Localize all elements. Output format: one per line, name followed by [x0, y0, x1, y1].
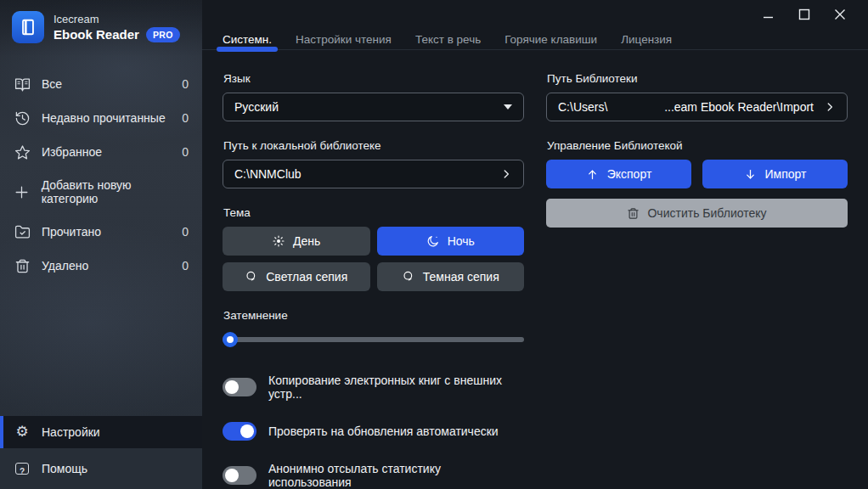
sidebar-item-label: Избранное — [42, 145, 102, 159]
slider-track[interactable] — [223, 337, 524, 342]
anonymous-stats-toggle[interactable] — [223, 466, 256, 485]
chevron-down-icon — [504, 104, 512, 110]
theme-day-label: День — [293, 234, 320, 248]
sidebar-item-count: 0 — [182, 111, 189, 125]
sidebar-item-settings[interactable]: ⚙ Настройки — [0, 416, 202, 448]
auto-update-toggle[interactable] — [223, 422, 256, 441]
library-management-buttons: Экспорт Импорт — [546, 160, 848, 188]
theme-dark-sepia-button[interactable]: Темная сепия — [377, 262, 525, 291]
close-button[interactable] — [822, 0, 858, 29]
library-path-label: Путь Библиотеки — [547, 72, 848, 85]
brand-text: Icecream Ebook Reader PRO — [54, 12, 180, 42]
app-logo-icon — [12, 11, 44, 43]
chevron-right-icon — [824, 101, 836, 113]
star-icon — [14, 143, 31, 160]
sidebar-item-count: 0 — [182, 77, 189, 91]
sidebar-item-label: Прочитано — [42, 225, 101, 239]
local-library-path-field[interactable]: C:\NNMClub — [223, 160, 524, 188]
sidebar-item-all[interactable]: Все 0 — [0, 67, 202, 101]
trash-icon — [627, 207, 640, 220]
sidebar-item-label: Недавно прочитанные — [42, 111, 166, 125]
toggle-row-auto-update: Проверять на обновления автоматически — [223, 422, 524, 441]
library-management-label: Управление Библиотекой — [547, 139, 848, 152]
toggle-row-copy-external: Копирование электронных книг с внешних у… — [223, 374, 524, 401]
theme-options: День Ночь — [223, 227, 524, 291]
theme-light-sepia-button[interactable]: Светлая сепия — [223, 262, 370, 291]
minimize-button[interactable] — [751, 0, 786, 29]
sidebar-item-label: Помощь — [42, 462, 87, 475]
sidebar-item-help[interactable]: ? Помощь — [0, 448, 202, 489]
theme-label: Тема — [223, 206, 524, 219]
slider-thumb[interactable] — [223, 332, 238, 347]
sidebar-nav: Все 0 Недавно прочитанные 0 Избран — [0, 67, 202, 283]
sepia-circle-icon — [245, 270, 258, 284]
chevron-right-icon — [500, 168, 512, 180]
pro-badge: PRO — [146, 27, 180, 42]
language-value: Русский — [234, 100, 279, 114]
library-path-right: ...eam Ebook Reader\Import — [664, 100, 814, 114]
clear-library-button[interactable]: Очистить Библиотеку — [546, 199, 848, 228]
toggle-label: Копирование электронных книг с внешних у… — [268, 374, 524, 401]
tab-system[interactable]: Системн. — [223, 29, 272, 49]
book-logo-icon — [19, 18, 37, 37]
sidebar-bottom: ⚙ Настройки ? Помощь — [0, 416, 202, 489]
sepia-circle-icon — [402, 270, 415, 284]
copy-external-toggle[interactable] — [223, 378, 256, 396]
theme-night-label: Ночь — [448, 234, 475, 248]
history-icon — [14, 110, 31, 126]
import-button[interactable]: Импорт — [702, 160, 848, 188]
theme-dark-sepia-label: Темная сепия — [423, 270, 499, 284]
sun-icon — [272, 234, 285, 248]
language-label: Язык — [223, 72, 524, 85]
clear-library-label: Очистить Библиотеку — [647, 206, 766, 220]
folder-check-icon — [14, 223, 31, 240]
sidebar-item-label: Настройки — [42, 425, 100, 439]
sidebar-item-read[interactable]: Прочитано 0 — [0, 215, 202, 249]
local-library-path-value: C:\NNMClub — [234, 167, 302, 181]
help-icon: ? — [14, 460, 31, 477]
local-library-path-label: Путь к локальной библиотеке — [223, 139, 524, 152]
sidebar-item-recent[interactable]: Недавно прочитанные 0 — [0, 101, 202, 135]
open-book-icon — [14, 76, 31, 93]
export-label: Экспорт — [607, 167, 652, 181]
sidebar-item-label: Все — [42, 77, 62, 91]
sidebar-item-label: Удалено — [42, 259, 88, 273]
library-path-field[interactable]: C:\Users\ ...eam Ebook Reader\Import — [546, 93, 848, 121]
right-column: Путь Библиотеки C:\Users\ ...eam Ebook R… — [546, 72, 848, 489]
dimming-slider[interactable] — [223, 332, 524, 347]
sidebar-item-label: Добавить новую категорию — [42, 178, 189, 205]
tab-hotkeys[interactable]: Горячие клавиши — [504, 29, 597, 49]
sidebar-item-count: 0 — [182, 145, 189, 159]
arrow-down-icon — [744, 168, 757, 181]
dimming-label: Затемнение — [223, 309, 524, 322]
sidebar-item-deleted[interactable]: Удалено 0 — [0, 249, 202, 283]
sidebar-item-count: 0 — [182, 259, 189, 273]
toggle-label: Анонимно отсылать статистику использован… — [268, 462, 524, 489]
app-logo-area: Icecream Ebook Reader PRO — [0, 0, 202, 57]
language-select[interactable]: Русский — [223, 93, 524, 121]
toggle-label: Проверять на обновления автоматически — [268, 424, 499, 438]
tab-reading-settings[interactable]: Настройки чтения — [296, 29, 392, 49]
settings-tabbar: Системн. Настройки чтения Текст в речь Г… — [202, 29, 868, 50]
maximize-button[interactable] — [786, 0, 822, 29]
sidebar-item-add-category[interactable]: Добавить новую категорию — [0, 175, 202, 209]
library-path-left: C:\Users\ — [558, 100, 607, 114]
tab-text-to-speech[interactable]: Текст в речь — [415, 29, 481, 49]
toggle-row-anonymous-stats: Анонимно отсылать статистику использован… — [223, 462, 524, 489]
brand-line2: Ebook Reader — [54, 26, 139, 42]
main-area: Системн. Настройки чтения Текст в речь Г… — [202, 0, 868, 489]
gear-icon: ⚙ — [14, 424, 31, 441]
export-button[interactable]: Экспорт — [546, 160, 691, 188]
moon-icon — [426, 234, 440, 248]
settings-content: Язык Русский Путь к локальной библиотеке… — [202, 50, 868, 489]
brand-line1: Icecream — [54, 12, 180, 26]
plus-icon — [14, 183, 31, 200]
titlebar — [202, 0, 868, 29]
left-column: Язык Русский Путь к локальной библиотеке… — [223, 72, 524, 489]
theme-day-button[interactable]: День — [223, 227, 370, 256]
theme-light-sepia-label: Светлая сепия — [266, 270, 347, 284]
tab-license[interactable]: Лицензия — [621, 29, 672, 49]
theme-night-button[interactable]: Ночь — [377, 227, 525, 256]
sidebar-item-favorites[interactable]: Избранное 0 — [0, 135, 202, 169]
app-window: Icecream Ebook Reader PRO Все 0 — [0, 0, 868, 489]
